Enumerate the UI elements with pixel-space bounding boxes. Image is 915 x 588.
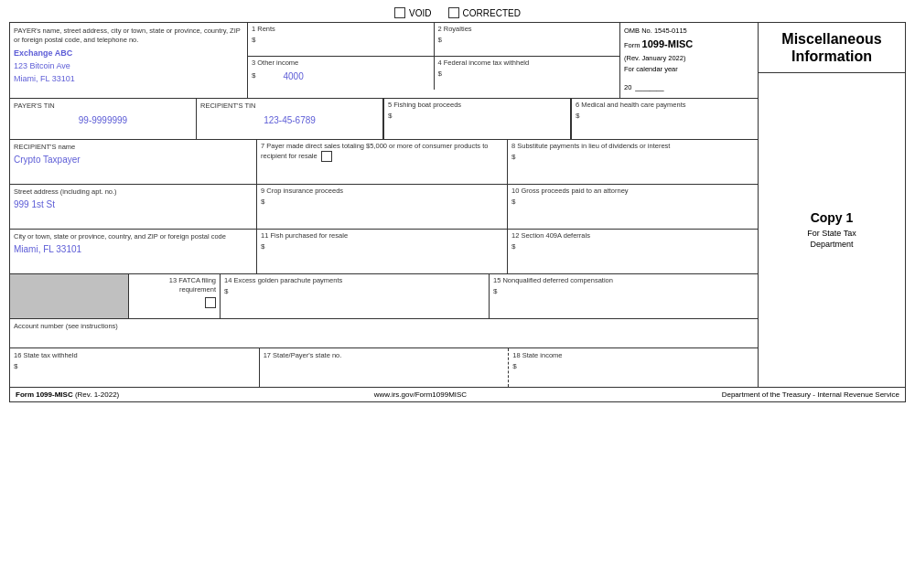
payer-city: Miami, FL 33101 [14, 74, 243, 83]
box6-cell: 6 Medical and health care payments $ [571, 99, 758, 139]
recipient-tin-value: 123-45-6789 [200, 115, 379, 125]
misc-info-block: Miscellaneous Information [759, 23, 905, 73]
box-row-3-4: 3 Other income $ 4000 4 Federal income t… [248, 57, 619, 90]
payer-tin-cell: PAYER'S TIN 99-9999999 [10, 99, 197, 139]
form-border: PAYER's name, street address, city or to… [9, 22, 906, 402]
misc-info-title: Miscellaneous Information [781, 30, 881, 65]
box-row-1-4: 1 Rents $ 2 Royalties $ [248, 23, 619, 57]
box2-label: 2 Royalties [438, 25, 617, 34]
recipient-name-cell: RECIPIENT'S name Crypto Taxpayer [10, 140, 257, 184]
footer: Form 1099-MISC (Rev. 1-2022) www.irs.gov… [10, 387, 905, 401]
box18-label: 18 State income [512, 351, 562, 359]
box5-label: 5 Fishing boat proceeds [388, 101, 566, 110]
account-row: Account number (see instructions) [10, 319, 758, 348]
box1-label: 1 Rents [252, 25, 430, 34]
box14-cell: 14 Excess golden parachute payments $ [221, 274, 490, 318]
state-row: 16 State tax withheld $ 17 State/Payer's… [10, 348, 758, 387]
street-label: Street address (including apt. no.) [14, 187, 253, 196]
recipient-tin-label: RECIPIENT'S TIN [200, 102, 379, 110]
box1-cell: 1 Rents $ [248, 23, 435, 56]
left-section: PAYER's name, street address, city or to… [10, 23, 759, 387]
box8-label: 8 Substitute payments in lieu of dividen… [511, 142, 754, 151]
payer-field-label: PAYER's name, street address, city or to… [14, 27, 243, 45]
city-label: City or town, state or province, country… [14, 232, 253, 241]
year-blank: ____ [635, 78, 663, 92]
copy-block: Copy 1 For State Tax Department [759, 73, 905, 387]
payer-info-cell: PAYER's name, street address, city or to… [10, 23, 248, 98]
corrected-checkbox[interactable] [448, 7, 459, 18]
box10-label: 10 Gross proceeds paid to an attorney [511, 187, 754, 196]
box15-label: 15 Nonqualified deferred compensation [493, 276, 754, 285]
void-checkbox[interactable] [394, 7, 405, 18]
copy-number: Copy 1 [811, 209, 854, 228]
box3-cell: 3 Other income $ 4000 [248, 57, 435, 90]
fatca-checkbox[interactable] [205, 297, 216, 308]
boxes-1-4: 1 Rents $ 2 Royalties $ [248, 23, 620, 98]
recipient-name-label: RECIPIENT'S name [14, 143, 253, 151]
omb-form: Form 1099-MISC [624, 37, 754, 53]
recipient-tin-cell: RECIPIENT'S TIN 123-45-6789 [197, 99, 383, 139]
box10-cell: 10 Gross proceeds paid to an attorney $ [508, 185, 758, 229]
footer-left: Form 1099-MISC (Rev. 1-2022) [16, 390, 119, 399]
box5-cell: 5 Fishing boat proceeds $ [383, 99, 571, 139]
corrected-label: CORRECTED [463, 8, 521, 18]
city-boxes-11-12-row: City or town, state or province, country… [10, 230, 758, 274]
main-layout: PAYER's name, street address, city or to… [10, 23, 905, 387]
cal-label: For calendar year [624, 64, 754, 75]
box6-label: 6 Medical and health care payments [576, 101, 754, 110]
box8-cell: 8 Substitute payments in lieu of dividen… [508, 140, 758, 184]
void-label: VOID [409, 8, 431, 18]
fatca-row: 13 FATCA filing requirement 14 Excess go… [10, 274, 758, 319]
street-boxes-9-10-row: Street address (including apt. no.) 999 … [10, 185, 758, 230]
box13-label: 13 FATCA filing requirement [133, 276, 216, 294]
omb-number: OMB No. 1545-0115 [624, 26, 754, 37]
box16-label: 16 State tax withheld [14, 351, 78, 359]
omb-cell: OMB No. 1545-0115 Form 1099-MISC (Rev. J… [620, 23, 758, 98]
street-cell: Street address (including apt. no.) 999 … [10, 185, 257, 229]
box7-label: 7 Payer made direct sales totaling $5,00… [261, 142, 503, 162]
payer-name: Exchange ABC [14, 48, 243, 58]
corrected-checkbox-item: CORRECTED [448, 7, 521, 18]
box2-cell: 2 Royalties $ [435, 23, 620, 56]
payer-row: PAYER's name, street address, city or to… [10, 23, 758, 99]
account-label: Account number (see instructions) [14, 322, 754, 330]
form-wrapper: VOID CORRECTED PAYER's name, street addr… [0, 0, 915, 410]
year-prefix: 20 [624, 83, 631, 91]
box3-dollar: $ [252, 71, 255, 80]
box11-cell: 11 Fish purchased for resale $ [257, 230, 508, 273]
recipient-name-value: Crypto Taxpayer [14, 155, 253, 165]
tin-row: PAYER'S TIN 99-9999999 RECIPIENT'S TIN 1… [10, 99, 758, 140]
copy-line1: For State Tax Department [807, 228, 856, 251]
box15-cell: 15 Nonqualified deferred compensation $ [490, 274, 758, 318]
box11-label: 11 Fish purchased for resale [261, 231, 503, 241]
omb-rev: (Rev. January 2022) [624, 53, 754, 64]
footer-form: Form 1099-MISC [16, 390, 73, 399]
box9-label: 9 Crop insurance proceeds [261, 187, 503, 196]
box9-cell: 9 Crop insurance proceeds $ [257, 185, 508, 229]
footer-right: Department of the Treasury - Internal Re… [722, 390, 899, 399]
box17-label: 17 State/Payer's state no. [264, 351, 342, 359]
box14-label: 14 Excess golden parachute payments [224, 276, 485, 285]
form-prefix: Form [624, 41, 642, 49]
payer-tin-value: 99-9999999 [14, 115, 192, 125]
city-cell: City or town, state or province, country… [10, 230, 257, 273]
box1-dollar: $ [252, 36, 255, 44]
city-value: Miami, FL 33101 [14, 244, 253, 254]
box12-label: 12 Section 409A deferrals [511, 231, 754, 241]
box2-dollar: $ [438, 36, 442, 44]
right-panel: Miscellaneous Information Copy 1 For Sta… [759, 23, 905, 387]
cal-year: 20____ [624, 75, 754, 95]
box4-cell: 4 Federal income tax withheld $ [435, 57, 620, 90]
fatca-grey [10, 274, 129, 318]
box18-cell: 18 State income $ [509, 348, 758, 387]
footer-center: www.irs.gov/Form1099MISC [374, 390, 467, 399]
top-checkboxes: VOID CORRECTED [9, 7, 906, 18]
box7-cell: 7 Payer made direct sales totaling $5,00… [257, 140, 508, 184]
footer-rev: (Rev. 1-2022) [75, 390, 119, 399]
box3-value: 4000 [283, 71, 303, 81]
void-checkbox-item: VOID [394, 7, 431, 18]
box12-cell: 12 Section 409A deferrals $ [508, 230, 758, 273]
box16-cell: 16 State tax withheld $ [10, 348, 260, 387]
payer-address: 123 Bitcoin Ave [14, 61, 243, 70]
box4-dollar: $ [438, 69, 442, 78]
